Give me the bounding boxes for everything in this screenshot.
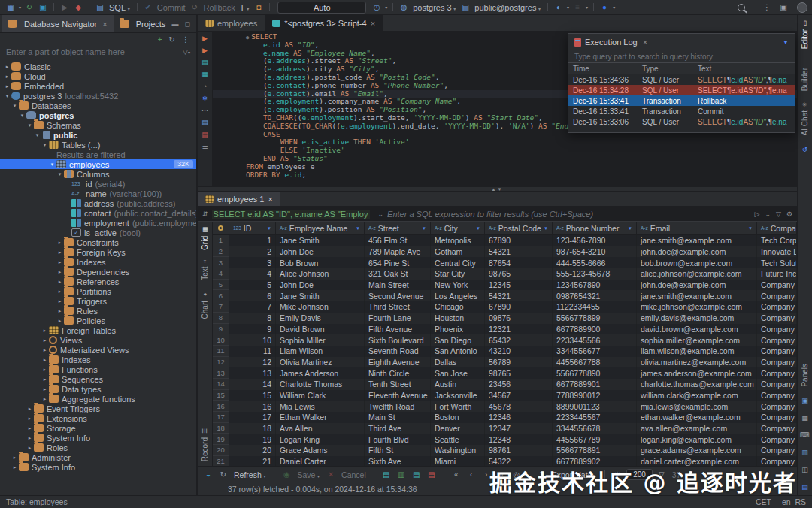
cell[interactable]: Innovate Ltd <box>757 246 797 258</box>
sort-arrow-icon[interactable]: ▼ <box>544 226 548 231</box>
cell[interactable]: 12345 <box>485 280 553 291</box>
log-search-input[interactable]: Type query part to search in query histo… <box>568 50 795 63</box>
horizontal-splitter[interactable]: ▲▼ <box>198 186 797 192</box>
services-gear-icon[interactable]: ◔ <box>203 83 207 91</box>
status-item-cet[interactable]: CET <box>756 497 771 506</box>
tree-expand-arrow[interactable]: ▸ <box>3 64 11 70</box>
tab-script-4[interactable]: *<postgres 3> Script-4 × <box>265 15 383 31</box>
row-number[interactable]: 12 <box>213 357 229 368</box>
upload-dump-icon[interactable]: ◒ <box>202 468 214 482</box>
tree-expand-arrow[interactable]: ▸ <box>26 445 34 451</box>
cell[interactable]: Company I <box>757 367 797 379</box>
tree-item-triggers[interactable]: ▸Triggers <box>0 296 196 306</box>
snowflake-icon[interactable]: ❄ <box>202 95 208 103</box>
tree-item-employment[interactable]: employment(public.employment_ <box>0 218 196 228</box>
cell[interactable]: 11 <box>229 346 276 357</box>
filter-funnel-icon[interactable]: ▽▾ <box>183 48 190 56</box>
tree-collapse-arrow[interactable]: ▾ <box>3 93 11 99</box>
cell[interactable]: jane.smith@example.com <box>637 235 757 246</box>
cell[interactable]: sophia.miller@example.com <box>637 334 757 346</box>
log-row[interactable]: Dec-16 15:34:28SQL / UserSELECT ¶ e.id A… <box>568 85 795 95</box>
close-icon[interactable]: × <box>371 19 375 28</box>
cell[interactable]: 98761 <box>485 445 553 456</box>
select-all-cell[interactable] <box>213 222 229 234</box>
log-col-time[interactable]: Time <box>568 63 638 74</box>
cell[interactable]: 5566778891 <box>553 445 637 456</box>
close-icon[interactable]: × <box>102 20 107 29</box>
tree-item-foreign-tables[interactable]: ▸Foreign Tables <box>0 325 196 335</box>
row-number[interactable]: 10 <box>213 334 229 346</box>
cell[interactable]: 65432 <box>485 334 553 346</box>
cell[interactable]: 12348 <box>485 434 553 445</box>
status-item-en-rs[interactable]: en_RS <box>782 497 806 506</box>
cell[interactable]: emily.davis@example.com <box>637 313 757 324</box>
cell[interactable]: 17 <box>229 412 276 423</box>
database-panel-icon[interactable]: ▣ <box>801 397 808 404</box>
cell[interactable]: Third Ave <box>365 423 431 434</box>
tree-item-address[interactable]: address(public.address) <box>0 198 196 208</box>
cell[interactable]: bob.brown@example.com <box>637 257 757 268</box>
tree-expand-arrow[interactable]: ▸ <box>26 416 34 422</box>
cell[interactable]: 16 <box>229 401 276 412</box>
more-dots-icon[interactable]: ⋯ <box>201 107 208 115</box>
cell[interactable]: 8 <box>229 313 276 324</box>
log-row[interactable]: Dec-16 15:33:41TransactionRollback <box>568 95 795 106</box>
cell[interactable]: Company H <box>757 357 797 368</box>
tree-item-constraints[interactable]: ▸Constraints <box>0 237 196 247</box>
sql-file-icon[interactable]: ▤ <box>94 1 106 14</box>
cell[interactable]: ethan.walker@example.com <box>637 412 757 423</box>
row-number[interactable]: 20 <box>213 445 229 456</box>
row-number[interactable]: 6 <box>213 290 229 301</box>
column-header-street[interactable]: A-zStreet▼ <box>365 222 431 234</box>
cell[interactable]: Company G <box>757 346 797 357</box>
tree-expand-arrow[interactable]: ▸ <box>41 376 49 383</box>
tree-collapse-arrow[interactable]: ▾ <box>18 113 26 119</box>
cell[interactable]: Ava Allen <box>276 423 365 434</box>
cell[interactable]: Star City <box>431 268 485 280</box>
tree-item-contact[interactable]: contact(public.contact_details) <box>0 208 196 218</box>
tree-item-event-triggers[interactable]: ▸Event Triggers <box>0 404 196 413</box>
postgres-datasource-icon[interactable]: ◍ <box>398 1 410 14</box>
cell[interactable]: 1 <box>229 235 276 246</box>
cell[interactable]: Company E <box>757 324 797 335</box>
more-vertical-icon[interactable]: ⋮ <box>761 1 773 14</box>
cell[interactable]: 456 Elm St <box>365 235 431 246</box>
cell[interactable]: 2 <box>229 246 276 258</box>
row-number[interactable]: 3 <box>213 257 229 268</box>
cell[interactable]: Company F <box>757 334 797 346</box>
notification-icon[interactable]: ▤ <box>801 483 808 491</box>
chevron-down-icon[interactable]: ▼ <box>783 39 789 46</box>
cell[interactable]: John Doe <box>276 280 365 291</box>
tree-expand-arrow[interactable]: ▸ <box>26 435 34 441</box>
log-row[interactable]: Dec-16 15:33:41TransactionCommit <box>568 106 795 116</box>
tx-isolation-selector[interactable]: T ▾ <box>238 3 251 12</box>
tree-item-embedded[interactable]: ▸Embedded <box>0 81 196 91</box>
cell[interactable]: Gotham <box>431 246 485 258</box>
cell[interactable]: 67890 <box>485 301 553 313</box>
column-header-email[interactable]: A-zEmail▼ <box>637 222 757 234</box>
cell[interactable]: william.clark@example.com <box>637 390 757 401</box>
column-header-city[interactable]: A-zCity▼ <box>431 222 485 234</box>
cell[interactable]: 5 <box>229 280 276 291</box>
schema-selector[interactable]: public@postgres ▾ <box>473 3 543 12</box>
filter-bar[interactable]: ⇵ SELECT e.id AS "ID", e.name AS "Employ… <box>198 207 797 222</box>
user-avatar[interactable] <box>797 2 807 13</box>
open-folder-icon[interactable]: ▣ <box>37 1 49 14</box>
duplicate-row-icon[interactable]: ▤ <box>411 468 423 482</box>
tree-collapse-arrow[interactable]: ▾ <box>26 122 34 129</box>
cell[interactable]: Los Angeles <box>431 290 485 301</box>
row-number[interactable]: 16 <box>213 401 229 412</box>
tree-item-storage[interactable]: ▸Storage <box>0 423 196 433</box>
sort-arrow-icon[interactable]: ▼ <box>422 226 426 231</box>
tree-expand-arrow[interactable]: ▸ <box>56 318 64 324</box>
view-tab-grid[interactable]: Grid▦ <box>201 226 209 250</box>
restore-layout-icon[interactable]: ↺ <box>802 146 808 153</box>
column-header-id[interactable]: 123ID▼ <box>229 222 276 234</box>
cell[interactable]: William Clark <box>276 390 365 401</box>
tree-item-foreign-keys[interactable]: ▸Foreign Keys <box>0 247 196 257</box>
tree-expand-arrow[interactable]: ▸ <box>41 396 49 402</box>
search-everywhere-icon[interactable] <box>738 4 745 11</box>
cell[interactable]: Fifth Avenue <box>365 324 431 335</box>
log-col-type[interactable]: Type <box>638 63 693 74</box>
sql-console-switcher[interactable]: SQL ▾ <box>108 3 132 12</box>
